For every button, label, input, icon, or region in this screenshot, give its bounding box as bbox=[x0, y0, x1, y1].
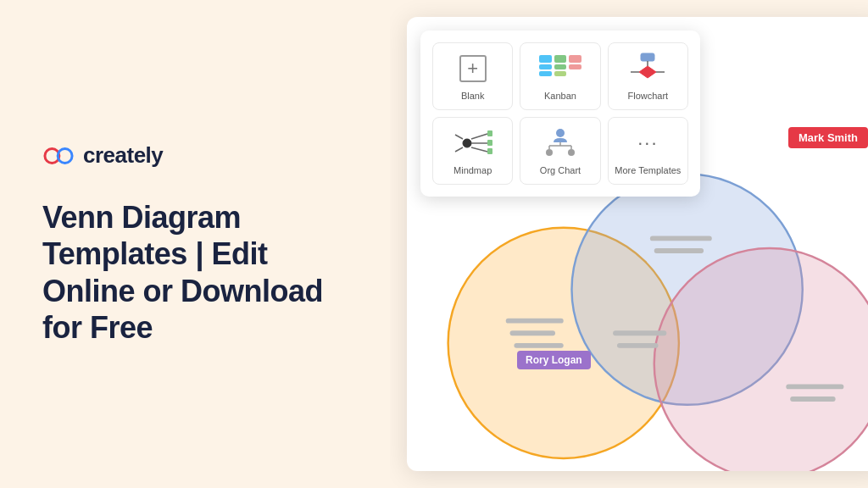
svg-rect-11 bbox=[487, 140, 492, 146]
svg-point-7 bbox=[463, 139, 471, 147]
page-title: Venn Diagram Templates | Edit Online or … bbox=[42, 199, 348, 346]
svg-line-12 bbox=[471, 147, 487, 152]
svg-point-21 bbox=[546, 149, 553, 156]
right-panel: + Blank bbox=[390, 0, 868, 488]
template-kanban[interactable]: Kanban bbox=[520, 42, 600, 110]
canvas-area: + Blank bbox=[407, 17, 868, 471]
svg-rect-2 bbox=[641, 53, 654, 61]
left-panel: creately Venn Diagram Templates | Edit O… bbox=[0, 108, 390, 380]
template-blank[interactable]: + Blank bbox=[432, 42, 513, 110]
template-more[interactable]: ··· More Templates bbox=[608, 117, 688, 185]
svg-line-15 bbox=[455, 147, 463, 152]
template-flowchart[interactable]: Flowchart bbox=[608, 42, 688, 110]
creately-logo-icon bbox=[42, 147, 75, 165]
svg-rect-34 bbox=[654, 248, 704, 253]
logo-text: creately bbox=[83, 142, 163, 169]
mark-smith-badge: Mark Smith bbox=[788, 127, 868, 148]
svg-line-8 bbox=[471, 134, 487, 139]
flowchart-template-icon bbox=[622, 52, 673, 86]
template-mindmap[interactable]: Mindmap bbox=[432, 117, 513, 185]
svg-rect-9 bbox=[487, 130, 492, 136]
blank-label: Blank bbox=[461, 91, 485, 101]
flowchart-label: Flowchart bbox=[627, 91, 668, 101]
svg-rect-28 bbox=[514, 343, 563, 348]
more-templates-icon: ··· bbox=[622, 126, 673, 160]
svg-rect-32 bbox=[790, 396, 835, 402]
kanban-template-icon bbox=[535, 52, 586, 86]
template-picker: + Blank bbox=[420, 30, 700, 197]
orgchart-label: Org Chart bbox=[540, 165, 581, 175]
orgchart-template-icon bbox=[535, 126, 586, 160]
venn-diagram bbox=[407, 149, 868, 471]
svg-rect-13 bbox=[487, 148, 492, 154]
svg-rect-26 bbox=[506, 319, 564, 324]
svg-point-16 bbox=[556, 129, 565, 137]
svg-rect-29 bbox=[613, 330, 666, 336]
svg-rect-33 bbox=[650, 236, 712, 241]
svg-rect-30 bbox=[617, 343, 659, 348]
svg-rect-31 bbox=[786, 385, 843, 390]
svg-rect-27 bbox=[510, 330, 555, 336]
mindmap-template-icon bbox=[448, 126, 498, 160]
more-label: More Templates bbox=[615, 165, 681, 175]
svg-marker-4 bbox=[639, 66, 656, 78]
kanban-label: Kanban bbox=[544, 91, 576, 101]
svg-line-14 bbox=[455, 135, 463, 139]
rory-logan-badge: Rory Logan bbox=[517, 351, 591, 369]
template-orgchart[interactable]: Org Chart bbox=[520, 117, 600, 185]
logo: creately bbox=[42, 142, 348, 169]
svg-point-22 bbox=[568, 149, 575, 156]
blank-template-icon: + bbox=[448, 52, 498, 86]
mindmap-label: Mindmap bbox=[453, 165, 492, 175]
